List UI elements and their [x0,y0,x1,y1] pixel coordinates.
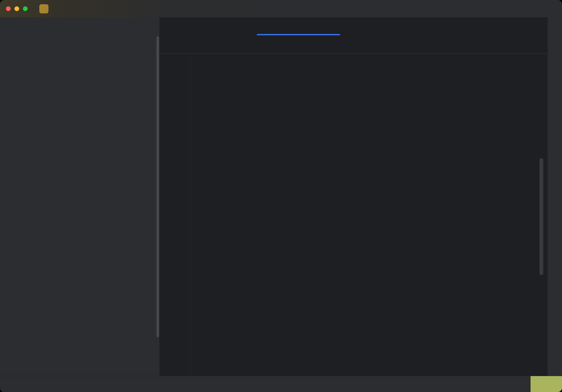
ai-assistant-icon [498,5,505,12]
search-icon [533,5,540,12]
project-tool-window [17,17,159,376]
chevron-down-icon [361,6,366,11]
search-everywhere-button[interactable] [533,0,540,17]
vim-mode-badge[interactable] [530,376,562,392]
project-badge [39,4,48,13]
spring-boot-icon [349,5,356,12]
run-configuration-widget[interactable] [349,0,366,17]
branch-widget[interactable] [101,0,118,17]
project-panel-header[interactable] [25,20,31,31]
left-tool-stripe [0,17,17,376]
run-button[interactable] [433,0,440,17]
more-vertical-icon [462,5,469,12]
spring-boot-run-file-icon [167,23,174,30]
editor-tab-bar [159,17,548,36]
inspections-ok-icon[interactable] [537,37,545,45]
more-run-options-button[interactable] [462,0,469,17]
gutter-separator [190,53,190,376]
ai-assistant-button[interactable] [498,0,505,17]
run-icon [433,5,440,12]
project-widget[interactable] [39,0,59,17]
code-with-me-button[interactable] [516,0,523,17]
project-tree [17,37,159,376]
project-tree-scrollbar[interactable] [156,36,159,337]
mouse-cursor [450,285,459,295]
chevron-down-icon [26,24,31,28]
zoom-window-button[interactable] [23,6,28,11]
debug-icon [447,5,454,12]
code-viewport [159,53,548,376]
editor-scrollbar[interactable] [539,158,543,275]
sticky-class-header[interactable] [159,35,548,54]
chevron-down-icon [113,6,118,11]
title-bar [0,0,562,17]
user-plus-icon [516,5,523,12]
debug-button[interactable] [447,0,454,17]
settings-button[interactable] [550,0,557,17]
close-window-button[interactable] [6,6,11,11]
tab-javabackendapplication[interactable] [164,17,176,35]
chevron-down-icon [54,6,59,11]
git-branch-icon [101,5,108,12]
gear-icon [550,5,557,12]
editor-area [159,17,548,376]
ideavim-icon[interactable] [517,380,525,388]
tab-options-icon[interactable] [534,23,541,30]
minimize-window-button[interactable] [14,6,19,11]
ide-window [0,0,562,392]
right-tool-stripe [548,17,562,376]
tab-productcontroller[interactable] [257,17,275,35]
status-bar [0,376,562,392]
java-class-icon [260,23,267,30]
